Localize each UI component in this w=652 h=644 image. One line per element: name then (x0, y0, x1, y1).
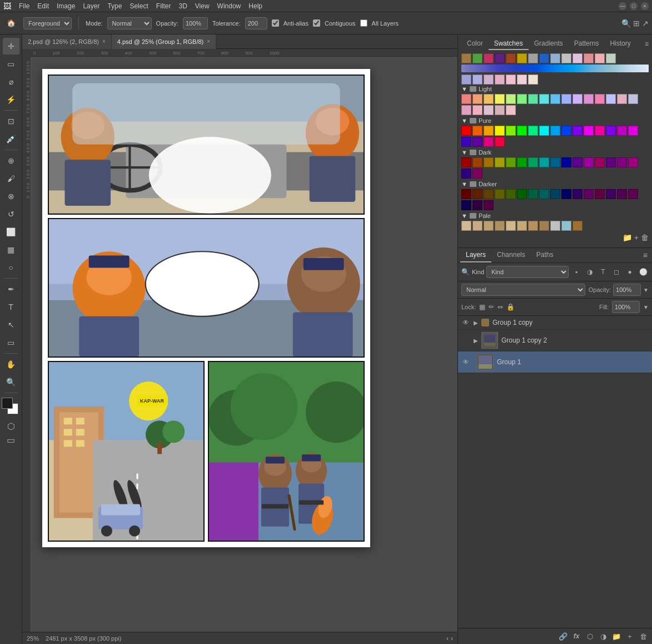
swatch-item[interactable] (584, 157, 594, 167)
swatch-item[interactable] (461, 200, 471, 210)
swatch-item[interactable] (573, 157, 583, 167)
swatch-item[interactable] (472, 137, 482, 147)
dark-section-header[interactable]: ▼ Dark (461, 149, 649, 156)
swatch-item[interactable] (484, 200, 494, 210)
swatch-item[interactable] (550, 126, 560, 136)
swatch-item[interactable] (461, 189, 471, 199)
blend-mode-select[interactable]: Normal (461, 284, 585, 296)
tab-2[interactable]: 4.psd @ 25% (Group 1, RGB/8) × (112, 34, 216, 49)
swatch-item[interactable] (472, 221, 482, 231)
new-folder-icon[interactable]: 📁 (623, 233, 632, 242)
swatch-item[interactable] (472, 189, 482, 199)
swatch-item[interactable] (528, 75, 538, 85)
swatch-item[interactable] (495, 105, 505, 115)
swatch-item[interactable] (539, 94, 549, 104)
clone-tool[interactable]: ⊗ (3, 188, 19, 205)
swatch-item[interactable] (461, 75, 471, 85)
menu-3d[interactable]: 3D (178, 2, 187, 10)
gradient-tool[interactable]: ▦ (3, 241, 19, 258)
swatches-panel-menu[interactable]: ≡ (645, 40, 649, 48)
swatch-item[interactable] (539, 53, 549, 63)
swatch-item[interactable] (595, 53, 605, 63)
swatch-item[interactable] (617, 126, 627, 136)
opacity-input[interactable] (613, 284, 641, 296)
swatch-item[interactable] (472, 200, 482, 210)
shape-filter-icon[interactable]: ◻ (611, 266, 622, 278)
new-adjustment-icon[interactable]: ◑ (598, 631, 609, 642)
tab-swatches[interactable]: Swatches (489, 38, 529, 50)
swatch-item[interactable] (484, 157, 494, 167)
swatch-item[interactable] (495, 75, 505, 85)
swatch-item[interactable] (550, 221, 560, 231)
swatch-item[interactable] (573, 189, 583, 199)
layer-visibility-icon[interactable]: 👁 (461, 318, 470, 327)
tab-history[interactable]: History (604, 38, 636, 50)
swatch-item[interactable] (539, 221, 549, 231)
swatch-item[interactable] (550, 189, 560, 199)
home-icon[interactable]: 🏠 (3, 16, 19, 31)
swatch-item[interactable] (506, 221, 516, 231)
new-layer-icon[interactable]: + (624, 631, 635, 642)
swatch-item[interactable] (528, 221, 538, 231)
swatch-item[interactable] (550, 157, 560, 167)
swatch-item[interactable] (461, 157, 471, 167)
swatch-item[interactable] (495, 221, 505, 231)
swatch-item[interactable] (606, 53, 616, 63)
swatch-item[interactable] (573, 94, 583, 104)
swatch-item[interactable] (506, 157, 516, 167)
swatch-item[interactable] (517, 189, 527, 199)
swatch-item[interactable] (517, 53, 527, 63)
layers-tab-paths[interactable]: Paths (531, 248, 559, 262)
swatch-item[interactable] (484, 126, 494, 136)
delete-swatch-icon[interactable]: 🗑 (641, 233, 649, 242)
swatch-item[interactable] (461, 169, 471, 179)
swatch-item[interactable] (528, 94, 538, 104)
swatch-item[interactable] (584, 53, 594, 63)
lock-artboard-icon[interactable]: ⇔ (497, 303, 503, 311)
kind-dropdown[interactable]: Kind (486, 266, 569, 278)
swatch-item[interactable] (472, 157, 482, 167)
opacity-input[interactable] (183, 17, 208, 29)
shape-tool[interactable]: ▭ (3, 334, 19, 351)
swatch-item[interactable] (484, 221, 494, 231)
eyedropper-tool[interactable]: 💉 (3, 131, 19, 147)
swatch-item[interactable] (606, 157, 616, 167)
fill-input[interactable] (612, 301, 640, 313)
swatch-item[interactable] (506, 189, 516, 199)
swatch-item[interactable] (550, 53, 560, 63)
minimize-button[interactable]: — (619, 2, 626, 10)
menu-filter[interactable]: Filter (156, 2, 171, 10)
swatch-item[interactable] (484, 105, 494, 115)
canvas-scroll[interactable]: KAP-WAR (31, 58, 457, 632)
expand-arrow[interactable]: ▶ (474, 320, 478, 326)
swatch-item[interactable] (472, 94, 482, 104)
tab-1[interactable]: 2.psd @ 126% (2, RGB/8) × (22, 34, 112, 49)
pixel-filter-icon[interactable]: ▪ (571, 266, 582, 278)
maximize-button[interactable]: □ (630, 2, 638, 10)
all-layers-checkbox[interactable] (360, 19, 367, 27)
swatch-item[interactable] (472, 105, 482, 115)
swatch-item[interactable] (461, 137, 471, 147)
search-icon[interactable]: 🔍 (621, 19, 631, 28)
layers-tab-layers[interactable]: Layers (460, 248, 491, 262)
layout-icon[interactable]: ⊞ (633, 19, 640, 28)
swatch-item[interactable] (595, 126, 605, 136)
swatch-item[interactable] (539, 157, 549, 167)
swatch-item[interactable] (495, 189, 505, 199)
link-icon[interactable]: 🔗 (558, 631, 569, 642)
swatch-item[interactable] (484, 189, 494, 199)
filter-toggle[interactable]: ⚪ (638, 266, 649, 278)
swatch-item[interactable] (506, 94, 516, 104)
swatch-item[interactable] (517, 126, 527, 136)
darker-section-header[interactable]: ▼ Darker (461, 181, 649, 187)
pure-section-header[interactable]: ▼ Pure (461, 117, 649, 124)
swatch-item[interactable] (528, 189, 538, 199)
swatch-item[interactable] (539, 189, 549, 199)
swatch-item[interactable] (472, 75, 482, 85)
pen-tool[interactable]: ✒ (3, 281, 19, 298)
opacity-chevron[interactable]: ▼ (643, 287, 649, 293)
swatch-item[interactable] (561, 189, 571, 199)
menu-view[interactable]: View (195, 2, 210, 10)
pale-section-header[interactable]: ▼ Pale (461, 212, 649, 219)
swatch-item[interactable] (528, 53, 538, 63)
